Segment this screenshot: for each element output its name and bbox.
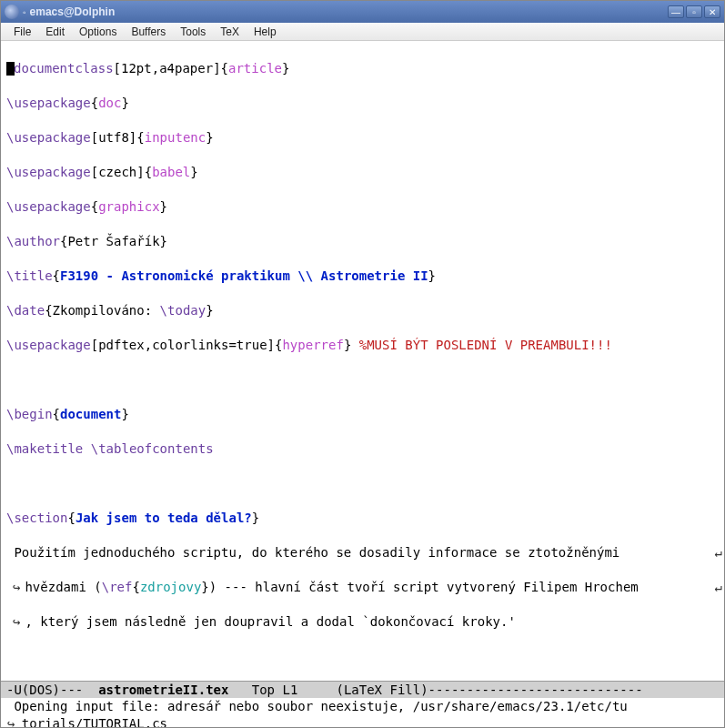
minibuffer-message: Opening input file: adresář nebo soubor … <box>6 699 628 728</box>
code-line[interactable]: \usepackage{doc} <box>6 95 724 112</box>
code-line[interactable]: \title{F3190 - Astronomické praktikum \\… <box>6 268 724 285</box>
code-line[interactable]: \date{Zkompilováno: \today} <box>6 302 724 319</box>
minibuffer[interactable]: Opening input file: adresář nebo soubor … <box>1 698 724 728</box>
code-line[interactable]: \usepackage{graphicx} <box>6 198 724 216</box>
mode-line: -U(DOS)--- astrometrieII.tex Top L1 (LaT… <box>1 681 724 698</box>
minimize-button[interactable]: — <box>668 5 684 18</box>
window-titlebar: ◦ emacs@Dolphin — ▫ ✕ <box>1 1 724 23</box>
close-button[interactable]: ✕ <box>704 5 720 18</box>
code-line[interactable]: ↪ hvězdami (\ref{zdrojovy}) --- hlavní č… <box>6 579 724 596</box>
code-line[interactable]: Použitím jednoduchého scriptu, do kteréh… <box>6 544 724 561</box>
wrap-icon: ↵ <box>715 579 722 596</box>
menu-edit[interactable]: Edit <box>38 24 72 40</box>
menu-tex[interactable]: TeX <box>213 24 247 40</box>
menu-file[interactable]: File <box>6 24 38 40</box>
code-line[interactable]: \usepackage[pdftex,colorlinks=true]{hype… <box>6 337 724 354</box>
code-line[interactable] <box>6 475 724 492</box>
menu-buffers[interactable]: Buffers <box>124 24 173 40</box>
code-line[interactable]: \usepackage[czech]{babel} <box>6 164 724 181</box>
status-encoding: -U(DOS)--- <box>6 682 98 697</box>
wrap-icon: ↵ <box>715 544 722 561</box>
editor-buffer[interactable]: documentclass[12pt,a4paper]{article} \us… <box>1 41 724 681</box>
code-line[interactable]: ↪ , který jsem následně jen doupravil a … <box>6 613 724 631</box>
menu-bar: File Edit Options Buffers Tools TeX Help <box>1 23 724 41</box>
code-line[interactable]: \usepackage[utf8]{inputenc} <box>6 129 724 147</box>
menu-options[interactable]: Options <box>72 24 124 40</box>
code-line[interactable]: \author{Petr Šafařík} <box>6 233 724 250</box>
status-position: Top L1 (LaTeX Fill) <box>228 682 428 697</box>
wrap-icon: ↪ <box>12 579 21 596</box>
wrap-icon: ↪ <box>12 613 21 631</box>
window-buttons: — ▫ ✕ <box>668 5 720 18</box>
maximize-button[interactable]: ▫ <box>686 5 702 18</box>
code-line[interactable]: \section{Jak jsem to teda dělal?} <box>6 510 724 527</box>
code-line[interactable]: documentclass[12pt,a4paper]{article} <box>6 60 724 77</box>
menu-help[interactable]: Help <box>247 24 284 40</box>
wrap-icon: ↪ <box>6 715 15 728</box>
status-filename: astrometrieII.tex <box>98 682 228 697</box>
code-line[interactable]: \begin{document} <box>6 406 724 423</box>
window-title: emacs@Dolphin <box>30 5 668 18</box>
app-icon <box>5 5 19 19</box>
menu-tools[interactable]: Tools <box>173 24 213 40</box>
code-line[interactable] <box>6 648 724 665</box>
pin-icon[interactable]: ◦ <box>23 7 26 17</box>
code-line[interactable]: \maketitle \tableofcontents <box>6 440 724 458</box>
code-line[interactable] <box>6 371 724 389</box>
status-dashes: ---------------------------- <box>428 682 643 697</box>
